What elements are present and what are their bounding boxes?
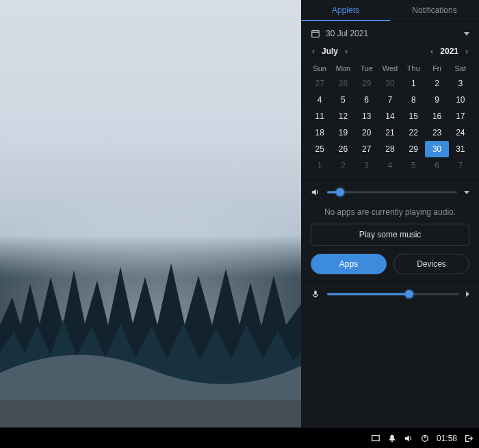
calendar-dow: Sun <box>308 62 331 75</box>
calendar-year-label: 2021 <box>440 47 458 56</box>
calendar-day[interactable]: 16 <box>425 108 448 124</box>
calendar-day[interactable]: 12 <box>331 108 354 124</box>
calendar-day[interactable]: 4 <box>378 157 402 174</box>
calendar-prev-month[interactable]: ‹ <box>309 45 318 57</box>
apps-button[interactable]: Apps <box>311 254 387 274</box>
calendar-day[interactable]: 28 <box>378 141 402 157</box>
calendar-header: ‹ July › ‹ 2021 › <box>308 42 472 62</box>
calendar-day[interactable]: 19 <box>331 124 354 141</box>
calendar-day[interactable]: 24 <box>449 124 472 141</box>
calendar-day[interactable]: 13 <box>355 108 378 124</box>
calendar-day[interactable]: 3 <box>355 157 378 174</box>
calendar-day[interactable]: 14 <box>378 108 402 124</box>
svg-point-8 <box>391 440 393 442</box>
calendar-next-month[interactable]: › <box>342 45 350 57</box>
desktop-wallpaper[interactable] <box>0 0 301 427</box>
calendar-dow: Thu <box>402 62 425 75</box>
calendar-next-year[interactable]: › <box>463 45 471 57</box>
calendar-day[interactable]: 28 <box>331 75 354 92</box>
calendar-day[interactable]: 3 <box>449 75 472 92</box>
calendar-day[interactable]: 17 <box>449 108 472 124</box>
calendar-day[interactable]: 1 <box>308 157 331 174</box>
calendar-dow: Mon <box>331 62 354 75</box>
mic-expand-icon[interactable] <box>466 291 469 297</box>
calendar-dow: Tue <box>355 62 378 75</box>
calendar-day[interactable]: 4 <box>308 92 331 108</box>
calendar-day[interactable]: 11 <box>308 108 331 124</box>
calendar-day[interactable]: 2 <box>331 157 354 174</box>
calendar-day[interactable]: 27 <box>355 141 378 157</box>
calendar-prev-year[interactable]: ‹ <box>428 45 436 57</box>
svg-rect-7 <box>372 435 380 440</box>
mic-slider[interactable] <box>327 289 459 300</box>
applets-panel: Applets Notifications 30 Jul 2021 ‹ July… <box>301 0 479 427</box>
calendar-day[interactable]: 5 <box>402 157 425 174</box>
calendar-day[interactable]: 29 <box>355 75 378 92</box>
calendar-day[interactable]: 18 <box>308 124 331 141</box>
taskbar: 01:58 <box>0 427 479 448</box>
calendar-day[interactable]: 15 <box>402 108 425 124</box>
sound-tray-icon[interactable] <box>404 434 413 443</box>
devices-button[interactable]: Devices <box>393 254 469 274</box>
session-tray-icon[interactable] <box>464 434 474 443</box>
calendar-day[interactable]: 6 <box>355 92 378 108</box>
calendar-day[interactable]: 20 <box>355 124 378 141</box>
date-row[interactable]: 30 Jul 2021 <box>301 22 479 42</box>
calendar-day[interactable]: 25 <box>308 141 331 157</box>
calendar-day[interactable]: 9 <box>425 92 448 108</box>
calendar-day[interactable]: 21 <box>378 124 402 141</box>
calendar-month-label: July <box>322 47 338 56</box>
tab-notifications[interactable]: Notifications <box>390 0 479 21</box>
date-expand-icon[interactable] <box>464 32 469 36</box>
calendar-day[interactable]: 7 <box>449 157 472 174</box>
audio-status: No apps are currently playing audio. <box>311 198 469 224</box>
tab-applets[interactable]: Applets <box>301 0 390 21</box>
volume-section: No apps are currently playing audio. Pla… <box>301 180 479 282</box>
calendar-day[interactable]: 31 <box>449 141 472 157</box>
calendar-day[interactable]: 22 <box>402 124 425 141</box>
volume-slider[interactable] <box>327 187 457 198</box>
calendar-day[interactable]: 6 <box>425 157 448 174</box>
calendar-day[interactable]: 23 <box>425 124 448 141</box>
speaker-icon[interactable] <box>311 187 320 197</box>
wallpaper-trees <box>0 195 301 427</box>
panel-tabs: Applets Notifications <box>301 0 479 22</box>
play-music-button[interactable]: Play some music <box>311 224 469 246</box>
mic-section <box>301 282 479 306</box>
calendar-day[interactable]: 8 <box>402 92 425 108</box>
svg-rect-5 <box>314 291 317 295</box>
calendar-dow: Fri <box>425 62 448 75</box>
volume-expand-icon[interactable] <box>464 191 469 194</box>
date-label: 30 Jul 2021 <box>326 29 368 38</box>
calendar-day[interactable]: 5 <box>331 92 354 108</box>
svg-rect-0 <box>0 400 301 427</box>
calendar-day[interactable]: 2 <box>425 75 448 92</box>
calendar-day[interactable]: 1 <box>402 75 425 92</box>
calendar-dow: Sat <box>449 62 472 75</box>
calendar-day[interactable]: 27 <box>308 75 331 92</box>
power-tray-icon[interactable] <box>420 434 430 443</box>
calendar-day[interactable]: 30 <box>425 141 448 157</box>
calendar-day[interactable]: 26 <box>331 141 354 157</box>
calendar-day[interactable]: 7 <box>378 92 402 108</box>
calendar-icon <box>311 29 320 38</box>
calendar: ‹ July › ‹ 2021 › SunMonTueWedThuFriSat … <box>301 42 479 180</box>
microphone-icon[interactable] <box>311 289 320 299</box>
calendar-day[interactable]: 29 <box>402 141 425 157</box>
svg-rect-1 <box>312 31 320 38</box>
calendar-day[interactable]: 10 <box>449 92 472 108</box>
calendar-dow: Wed <box>378 62 402 75</box>
notifications-tray-icon[interactable] <box>387 434 397 443</box>
calendar-day[interactable]: 30 <box>378 75 402 92</box>
desktop-tray-icon[interactable] <box>371 434 380 443</box>
audio-tabs: Apps Devices <box>311 254 469 274</box>
taskbar-clock[interactable]: 01:58 <box>437 434 457 443</box>
